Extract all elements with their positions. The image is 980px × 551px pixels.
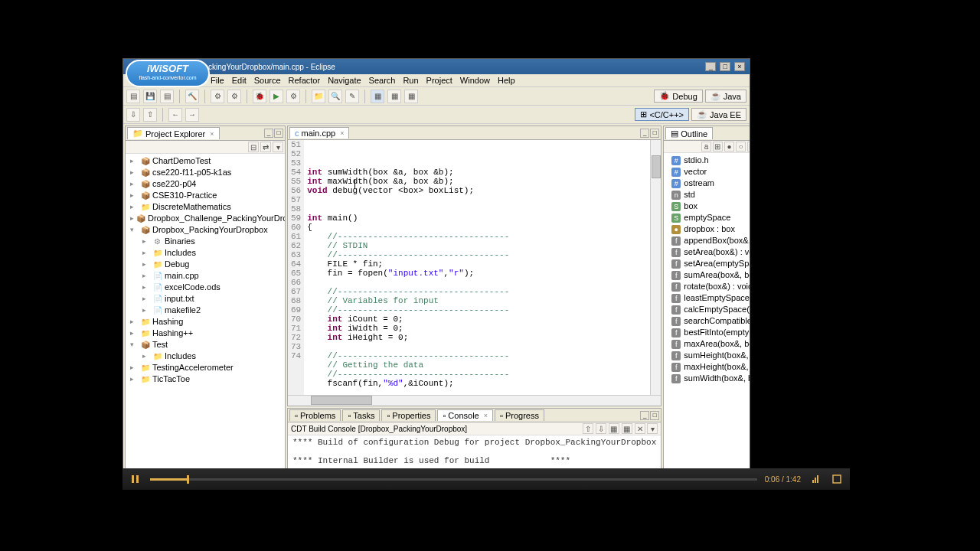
tree-item[interactable]: ▸📁Includes — [127, 247, 283, 259]
outline-item[interactable]: frotate(box&) : void — [665, 281, 750, 292]
tree-item[interactable]: ▸📦cse220-p04 — [127, 178, 283, 190]
tree-item[interactable]: ▸📦cse220-f11-p05-k1as — [127, 167, 283, 178]
outline-item[interactable]: fsetArea(box&) : void — [665, 246, 750, 258]
tree-item[interactable]: ▸📁Hashing++ — [127, 328, 283, 339]
tree-item[interactable]: ▸📁DiscreteMathematics — [127, 201, 283, 213]
toggle-button[interactable]: ▦ — [404, 90, 418, 103]
maximize-view-button[interactable]: □ — [650, 411, 659, 420]
save-button[interactable]: 💾 — [143, 90, 157, 103]
project-explorer-tab[interactable]: 📁 Project Explorer × — [127, 127, 220, 139]
console-btn[interactable]: ✕ — [635, 423, 645, 434]
view-menu-button[interactable]: ▾ — [273, 142, 283, 152]
perspective-java[interactable]: ☕ Java — [705, 90, 746, 103]
outline-btn[interactable]: a — [701, 142, 711, 152]
external-tools-button[interactable]: ⚙ — [286, 90, 300, 103]
tree-item[interactable]: ▸📁TestingAccelerometer — [127, 362, 283, 373]
menu-search[interactable]: Search — [369, 76, 396, 85]
outline-item[interactable]: fsumWidth(box&, box — [665, 373, 750, 384]
editor-horizontal-scrollbar[interactable] — [288, 395, 661, 406]
close-button[interactable]: × — [734, 62, 745, 71]
outline-item[interactable]: fmaxHeight(box&, bo — [665, 361, 750, 373]
outline-tab[interactable]: ▤ Outline — [665, 127, 713, 139]
outline-item[interactable]: fsearchCompatibleBo — [665, 315, 750, 327]
tree-item[interactable]: ▸📄excelCode.ods — [127, 282, 283, 293]
tab-tasks[interactable]: ▫Tasks — [342, 409, 380, 421]
maximize-view-button[interactable]: □ — [650, 129, 659, 138]
tree-item[interactable]: ▸📦ChartDemoTest — [127, 155, 283, 167]
menu-edit[interactable]: Edit — [232, 76, 247, 85]
tool-btn[interactable]: ✎ — [345, 90, 359, 103]
outline-item[interactable]: fcalcEmptySpace(box& — [665, 304, 750, 315]
tree-item[interactable]: ▸📄main.cpp — [127, 270, 283, 282]
perspective-cpp[interactable]: ⊞ <C/C++> — [635, 108, 689, 121]
tree-item[interactable]: ▸📄input.txt — [127, 293, 283, 305]
tab-problems[interactable]: ▫Problems — [289, 409, 341, 421]
minimize-view-button[interactable]: _ — [640, 129, 649, 138]
outline-btn[interactable]: ⊞ — [713, 142, 723, 152]
nav-btn[interactable]: ⇧ — [143, 108, 157, 122]
debug-button[interactable]: 🐞 — [253, 90, 266, 103]
outline-item[interactable]: fleastEmptySpaceApp — [665, 292, 750, 304]
back-button[interactable]: ← — [168, 108, 182, 122]
close-icon[interactable]: × — [340, 129, 344, 137]
console-btn[interactable]: ⇧ — [583, 423, 593, 434]
perspective-javaee[interactable]: ☕ Java EE — [691, 108, 746, 121]
tab-progress[interactable]: ▫Progress — [495, 409, 544, 421]
outline-item[interactable]: fsumArea(box&, box& — [665, 269, 750, 281]
fullscreen-button[interactable] — [830, 472, 844, 486]
volume-button[interactable] — [808, 472, 822, 486]
build-button[interactable]: 🔨 — [185, 90, 199, 103]
save-all-button[interactable]: ▤ — [160, 90, 174, 103]
outline-item[interactable]: Sbox — [665, 201, 750, 212]
link-editor-button[interactable]: ⇄ — [260, 142, 271, 152]
outline-btn[interactable]: ⊟ — [747, 142, 750, 152]
console-btn[interactable]: ▾ — [647, 423, 658, 434]
tab-console[interactable]: ▫Console× — [437, 409, 493, 421]
tree-item[interactable]: ▸📁TicTacToe — [127, 373, 283, 385]
tree-item[interactable]: ▸⚙Binaries — [127, 236, 283, 247]
collapse-all-button[interactable]: ⊟ — [248, 142, 259, 152]
project-tree[interactable]: ▸📦ChartDemoTest▸📦cse220-f11-p05-k1as▸📦cs… — [126, 154, 285, 484]
tree-item[interactable]: ▸📦CSE310-Practice — [127, 190, 283, 201]
close-icon[interactable]: × — [210, 130, 214, 138]
window-buttons[interactable]: _ □ × — [704, 62, 745, 71]
perspective-debug[interactable]: 🐞 Debug — [654, 90, 702, 103]
outline-btn[interactable]: ● — [724, 142, 734, 152]
menu-file[interactable]: File — [211, 76, 224, 85]
outline-btn[interactable]: ○ — [736, 142, 746, 152]
outline-item[interactable]: #vector — [665, 166, 750, 178]
outline-item[interactable]: fappendBox(box&, bo — [665, 235, 750, 246]
editor-tab-main-cpp[interactable]: c main.cpp × — [289, 127, 349, 139]
menu-project[interactable]: Project — [426, 76, 452, 85]
toggle-button[interactable]: ▦ — [387, 90, 401, 103]
tree-item[interactable]: ▸📁Includes — [127, 350, 283, 362]
minimize-view-button[interactable]: _ — [264, 129, 273, 138]
search-button[interactable]: 🔍 — [328, 90, 342, 103]
menu-navigate[interactable]: Navigate — [328, 76, 361, 85]
tab-properties[interactable]: ▫Properties — [381, 409, 436, 421]
outline-item[interactable]: fmaxArea(box&, box& — [665, 338, 750, 350]
minimize-button[interactable]: _ — [705, 62, 716, 71]
pause-button[interactable] — [129, 472, 142, 486]
menu-window[interactable]: Window — [460, 76, 490, 85]
seek-bar[interactable] — [150, 478, 757, 481]
minimize-view-button[interactable]: _ — [640, 411, 649, 420]
outline-item[interactable]: #stdio.h — [665, 155, 750, 166]
tree-item[interactable]: ▾📦Test — [127, 339, 283, 350]
tool-btn[interactable]: ⚙ — [211, 90, 224, 103]
menu-source[interactable]: Source — [254, 76, 281, 85]
outline-item[interactable]: fbestFitInto(emptySpa — [665, 327, 750, 338]
menu-help[interactable]: Help — [498, 76, 515, 85]
open-type-button[interactable]: 📁 — [312, 90, 325, 103]
tree-item[interactable]: ▾📦Dropbox_PackingYourDropbox — [127, 224, 283, 236]
outline-item[interactable]: nstd — [665, 189, 750, 201]
maximize-view-button[interactable]: □ — [274, 129, 283, 138]
tree-item[interactable]: ▸📄makefile2 — [127, 305, 283, 316]
outline-item[interactable]: fsumHeight(box&, bo — [665, 350, 750, 361]
console-btn[interactable]: ▦ — [609, 423, 619, 434]
outline-item[interactable]: SemptySpace — [665, 212, 750, 223]
console-btn[interactable]: ⇩ — [596, 423, 606, 434]
new-button[interactable]: ▤ — [126, 90, 140, 103]
outline-item[interactable]: #ostream — [665, 178, 750, 189]
outline-item[interactable]: fsetArea(emptySpace& — [665, 258, 750, 269]
